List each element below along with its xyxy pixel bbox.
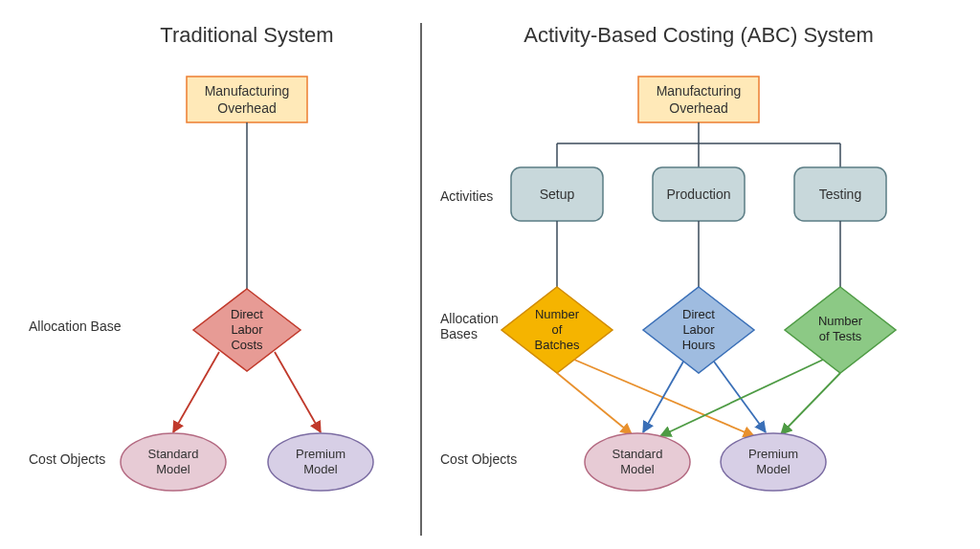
- svg-text:Model: Model: [303, 462, 338, 476]
- abc-overhead-box: Manufacturing Overhead: [638, 77, 759, 122]
- svg-text:Testing: Testing: [819, 187, 861, 202]
- traditional-title: Traditional System: [160, 23, 333, 47]
- trad-object-premium: Premium Model: [268, 433, 373, 491]
- abc-diamond-tests: Number of Tests: [785, 287, 896, 373]
- abc-arrow-tests-prem: [781, 373, 840, 434]
- abc-activities-label: Activities: [440, 188, 493, 204]
- svg-text:Hours: Hours: [682, 338, 716, 352]
- svg-text:Model: Model: [620, 462, 655, 476]
- abc-diamond-hours: Direct Labor Hours: [643, 287, 754, 373]
- svg-text:Number: Number: [818, 314, 863, 328]
- abc-alloc-label-line1: Allocation: [440, 311, 499, 326]
- abc-cost-objects-label: Cost Objects: [440, 451, 517, 467]
- abc-arrow-batches-prem: [574, 360, 754, 436]
- abc-object-standard: Standard Model: [585, 433, 690, 491]
- abc-activity-production: Production: [653, 167, 745, 221]
- svg-text:Overhead: Overhead: [669, 100, 727, 116]
- svg-text:Premium: Premium: [748, 447, 798, 461]
- svg-text:Manufacturing: Manufacturing: [657, 83, 742, 99]
- abc-object-premium: Premium Model: [721, 433, 826, 491]
- abc-arrow-tests-std: [660, 360, 823, 436]
- trad-object-standard: Standard Model: [121, 433, 226, 491]
- svg-text:Batches: Batches: [535, 338, 580, 352]
- costing-systems-diagram: Traditional System Manufacturing Overhea…: [0, 0, 980, 549]
- svg-text:Costs: Costs: [231, 338, 263, 352]
- trad-arrow-left: [173, 352, 219, 432]
- svg-text:Standard: Standard: [148, 447, 199, 461]
- svg-text:Setup: Setup: [540, 187, 575, 202]
- svg-text:Labor: Labor: [231, 322, 263, 337]
- abc-alloc-label-line2: Bases: [440, 326, 478, 341]
- svg-text:Direct: Direct: [682, 307, 715, 321]
- trad-allocation-label: Allocation Base: [29, 318, 122, 334]
- abc-system-panel: Activity-Based Costing (ABC) System Manu…: [440, 23, 896, 491]
- abc-activity-setup: Setup: [511, 167, 603, 221]
- svg-text:Labor: Labor: [682, 322, 715, 337]
- abc-arrow-hours-std: [643, 362, 683, 432]
- abc-arrow-batches-std: [557, 373, 632, 434]
- trad-arrow-right: [275, 352, 321, 432]
- svg-text:Standard: Standard: [612, 447, 663, 461]
- trad-overhead-line1: Manufacturing: [205, 83, 290, 99]
- trad-overhead-box: Manufacturing Overhead: [187, 77, 307, 122]
- trad-allocation-diamond: Direct Labor Costs: [193, 289, 301, 371]
- trad-overhead-line2: Overhead: [217, 100, 276, 116]
- svg-text:Direct: Direct: [231, 307, 263, 321]
- traditional-system-panel: Traditional System Manufacturing Overhea…: [29, 23, 373, 491]
- svg-text:Premium: Premium: [296, 447, 345, 461]
- abc-title: Activity-Based Costing (ABC) System: [523, 23, 874, 47]
- svg-text:Model: Model: [756, 462, 791, 476]
- trad-cost-objects-label: Cost Objects: [29, 451, 105, 467]
- svg-text:Number: Number: [535, 307, 580, 321]
- abc-diamond-batches: Number of Batches: [501, 287, 612, 373]
- svg-text:of: of: [552, 322, 563, 337]
- svg-text:Model: Model: [156, 462, 190, 476]
- abc-activity-testing: Testing: [794, 167, 886, 221]
- abc-tree-connector: [557, 122, 840, 167]
- svg-text:Production: Production: [667, 187, 731, 202]
- svg-text:of Tests: of Tests: [819, 329, 862, 343]
